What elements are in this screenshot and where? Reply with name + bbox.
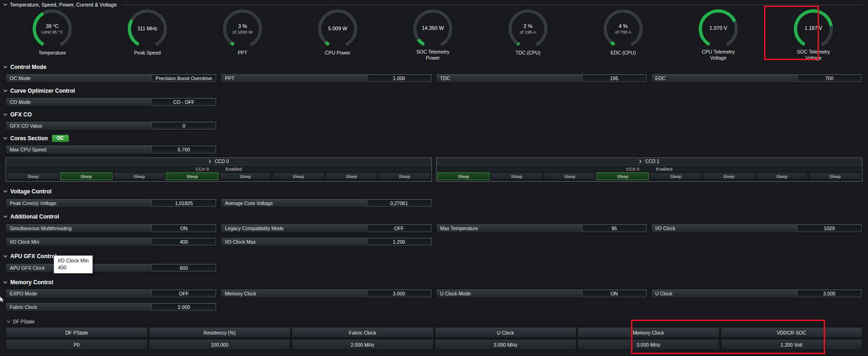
- field-value[interactable]: 1029: [797, 225, 861, 232]
- chevron-down-icon: [7, 321, 10, 323]
- section-control-mode[interactable]: Control Mode: [3, 63, 862, 71]
- gauge-value: 14.350 W: [422, 25, 444, 31]
- field-value[interactable]: OFF: [152, 290, 216, 297]
- field-value[interactable]: 1.000: [367, 75, 431, 82]
- section-additional-control[interactable]: Additional Control: [3, 212, 862, 221]
- field-value[interactable]: 600: [152, 264, 216, 272]
- core-cell[interactable]: Sleep: [491, 172, 543, 180]
- field-value[interactable]: 700: [797, 75, 861, 82]
- section-memory-control[interactable]: Memory Control: [3, 278, 862, 287]
- chevron-down-icon: [3, 89, 7, 92]
- core-cell[interactable]: Sleep: [650, 172, 702, 180]
- gauges-row: 39 °CLimit 95 °C Temperature 111 MHz Pea…: [0, 9, 868, 61]
- field-label: I/O Clock Max: [221, 238, 366, 246]
- chevron-down-icon: [3, 137, 7, 140]
- gauge-ppt: 3 %of 1000 W PPT: [195, 9, 290, 61]
- field-value[interactable]: 195: [582, 75, 646, 82]
- core-cell[interactable]: Sleep: [703, 172, 755, 180]
- field-max-temperature: Max Temperature 95: [436, 224, 647, 233]
- core-cell[interactable]: Sleep: [272, 172, 325, 180]
- field-value[interactable]: 1,01825: [152, 199, 216, 207]
- oc-mode-badge: OC: [52, 135, 69, 142]
- core-cell[interactable]: Sleep: [597, 172, 649, 180]
- field-value[interactable]: 0: [152, 122, 216, 130]
- cores-row: Sleep Sleep Sleep Sleep Sleep Sleep Slee…: [437, 172, 862, 181]
- core-cell[interactable]: Sleep: [378, 172, 431, 180]
- chevron-down-icon: [3, 281, 7, 284]
- ccd-title-label: CCD 0: [215, 159, 229, 164]
- core-cell[interactable]: Sleep: [544, 172, 596, 180]
- tooltip-io-clock-min: I/O Clock Min 400: [54, 255, 93, 274]
- gauge-label: TDC (CPU): [515, 50, 541, 56]
- section-voltage-control[interactable]: Voltage Control: [3, 187, 862, 196]
- field-value[interactable]: 3.000: [797, 290, 861, 297]
- core-cell[interactable]: Sleep: [219, 172, 271, 180]
- field-label: EXPO Mode: [6, 289, 151, 298]
- core-cell[interactable]: Sleep: [113, 172, 166, 180]
- mouse-cursor: [0, 296, 4, 303]
- gauge-value: 1.070 V: [709, 25, 727, 31]
- section-title: Memory Control: [10, 279, 53, 286]
- gauge-cpu-power: 5.009 W CPU Power: [290, 9, 385, 61]
- chevron-down-icon: [3, 3, 7, 6]
- field-value[interactable]: 400: [152, 238, 216, 246]
- field-value[interactable]: 5.700: [152, 146, 216, 153]
- divider: [122, 5, 863, 5]
- gauge-value: 3 %: [238, 23, 247, 29]
- field-value[interactable]: ON: [582, 290, 646, 297]
- main-section-header[interactable]: Temperature, Speed, Power, Current & Vol…: [0, 0, 868, 8]
- core-cell[interactable]: Sleep: [809, 172, 861, 180]
- core-cell[interactable]: Sleep: [326, 172, 378, 180]
- core-cell[interactable]: Sleep: [7, 172, 59, 180]
- field-label: Max CPU Speed: [6, 145, 151, 154]
- core-cell[interactable]: Sleep: [166, 172, 218, 180]
- gauge-label: Temperature: [39, 50, 66, 56]
- ccx-status: Enabled: [226, 166, 242, 171]
- chevron-down-icon: [3, 113, 7, 116]
- ccd-panel-1: CCD 1 CCX 0 Enabled Sleep Sleep Sleep Sl…: [436, 157, 862, 182]
- field-oc-mode: OC Mode Precision Boost Overdrive: [6, 74, 217, 83]
- gauge-edc-cpu: 4 %of 700 A EDC (CPU): [576, 9, 671, 61]
- section-gfx-co[interactable]: GFX CO: [3, 110, 862, 119]
- field-fabric-clock: Fabric Clock 2.000: [6, 302, 217, 312]
- section-title: Additional Control: [10, 213, 59, 220]
- core-cell[interactable]: Sleep: [756, 172, 808, 180]
- gauge-label: Peak Speed: [134, 50, 160, 56]
- section-curve-optimizer-control[interactable]: Curve Optimizer Control: [3, 87, 862, 95]
- ccd1-header[interactable]: CCD 1: [437, 158, 862, 165]
- chevron-down-icon: [3, 190, 7, 193]
- gauge-sub: of 1000 W: [232, 29, 252, 34]
- field-label: Simultaneous Multithreading: [6, 224, 151, 233]
- ccd0-header[interactable]: CCD 0: [6, 158, 431, 165]
- gauge-value: 2 %: [524, 23, 533, 29]
- section-title: APU GFX Control: [10, 253, 56, 260]
- chevron-down-icon: [3, 255, 7, 258]
- field-expo-mode: EXPO Mode OFF: [6, 289, 217, 298]
- section-df-pstate[interactable]: DF PState: [7, 318, 862, 325]
- field-value[interactable]: 3.000: [367, 290, 431, 297]
- ccd-panel-0: CCD 0 CCX 0 Enabled Sleep Sleep Sleep Sl…: [6, 157, 432, 182]
- field-value[interactable]: ON: [152, 225, 216, 232]
- core-cell[interactable]: Sleep: [437, 172, 490, 180]
- column-header: U Clock: [435, 327, 577, 338]
- field-legacy-compatibility-mode: Legacy Compatibility Mode OFF: [221, 224, 432, 233]
- section-apu-gfx-control[interactable]: APU GFX Control: [3, 252, 862, 260]
- gauge-label: CPU Telemetry Voltage: [697, 49, 740, 61]
- field-value[interactable]: Precision Boost Overdrive: [152, 75, 216, 82]
- table-row: P0 100.000 2.000 MHz 3.000 MHz 3.000 MHz…: [6, 339, 862, 350]
- field-apu-gfx-clock: APU GFX Clock 600: [6, 263, 217, 273]
- field-value[interactable]: 2.000: [152, 303, 216, 311]
- field-io-clock: I/O Clock 1029: [651, 224, 862, 233]
- table-cell: 3.000 MHz: [435, 339, 577, 350]
- field-value[interactable]: 0,27061: [367, 199, 431, 207]
- field-label: Average Core Voltage: [221, 199, 366, 207]
- field-value[interactable]: 1.200: [367, 238, 431, 246]
- field-value[interactable]: CO - OFF: [152, 98, 216, 106]
- section-title: Cores Section: [10, 135, 48, 142]
- field-value[interactable]: OFF: [367, 225, 431, 232]
- core-cell[interactable]: Sleep: [60, 172, 112, 180]
- chevron-down-icon: [3, 215, 7, 218]
- section-cores[interactable]: Cores Section OC: [3, 134, 862, 143]
- field-value[interactable]: 95: [582, 225, 646, 232]
- field-peak-core-voltage: Peak Core(s) Voltage 1,01825: [6, 199, 217, 208]
